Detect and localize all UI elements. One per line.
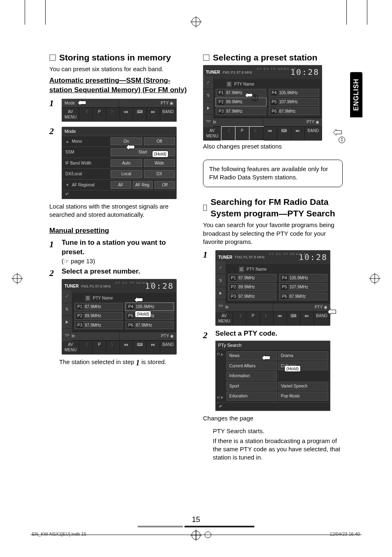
tuner-pty-screenshot: TUNER FM1 P1 87.9 MHz ST DX TP NEWS AF 1… xyxy=(215,250,330,326)
pty-result-body: If there is a station broadcasting a pro… xyxy=(213,437,343,462)
prev-button[interactable]: 〈 xyxy=(79,108,93,121)
preset-p5[interactable]: P5107.9MHz xyxy=(269,98,319,106)
direct-button[interactable]: ⌨ xyxy=(133,108,147,121)
pointer-hand-icon xyxy=(325,304,339,317)
ifbw-auto[interactable]: Auto xyxy=(111,159,142,167)
preset-p4[interactable]: P4105.9MHz xyxy=(269,89,319,97)
mono-off[interactable]: Off xyxy=(144,137,175,146)
mode-row-afreg[interactable]: AF Regional xyxy=(72,182,95,188)
mode-row-ssm[interactable]: SSM xyxy=(65,149,74,155)
mode-button[interactable]: Mode xyxy=(62,99,119,107)
rew-button[interactable]: ⏮ xyxy=(120,341,134,354)
manual-step-2: 2 xyxy=(49,267,58,279)
back-button[interactable]: ↶ xyxy=(62,190,176,199)
registration-mark-top xyxy=(191,17,201,26)
page-up-icon[interactable]: ⟲▲ xyxy=(217,351,224,357)
side-btn-1[interactable]: ⤢ xyxy=(62,290,72,303)
preset-description: You can preset six stations for each ban… xyxy=(49,65,189,73)
side-btn-tp[interactable]: TP xyxy=(203,115,213,128)
direct-button[interactable]: ⌨ xyxy=(277,127,291,140)
preset-icon[interactable]: P xyxy=(235,127,249,140)
afreg-off[interactable]: Off xyxy=(154,181,175,189)
pty-current-affairs[interactable]: Current Affairs xyxy=(226,362,277,371)
pty-search-body: You can search for your favorite program… xyxy=(203,221,343,246)
also-changes-label: Also changes preset stations xyxy=(203,142,343,151)
tuner-select-screenshot: TUNER FM1 P1 87.9 MHz ST DX TP NEWS AF 1… xyxy=(203,65,322,141)
registration-mark-icon xyxy=(205,531,211,538)
mode-menu-title: Mode xyxy=(62,127,176,136)
hold-label: (Hold) xyxy=(284,365,301,372)
direct-button[interactable]: ⌨ xyxy=(133,341,147,354)
pty-button[interactable]: PTY ◉ xyxy=(119,99,176,107)
rew-button[interactable]: ⏮ xyxy=(120,108,134,121)
square-bullet-icon xyxy=(203,204,207,211)
preset-icon[interactable]: P xyxy=(93,108,106,121)
heading-select-preset: Selecting a preset station xyxy=(213,52,317,63)
preset-p6[interactable]: P687.9MHz xyxy=(269,107,319,116)
prev-button[interactable]: 〈 xyxy=(79,341,93,354)
rew-button[interactable]: ⏮ xyxy=(263,127,277,140)
pty-step-1: 1 xyxy=(203,248,212,261)
band-button[interactable]: BAND xyxy=(160,341,176,354)
pty-sport[interactable]: Sport xyxy=(226,382,277,391)
manual-step2-text: Select a preset number. xyxy=(62,267,189,276)
language-tab: ENGLISH xyxy=(350,72,362,117)
source-label: TUNER xyxy=(65,283,78,289)
band-button[interactable]: BAND xyxy=(160,108,176,121)
ffwd-button[interactable]: ⏭ xyxy=(147,341,160,354)
pointer-hand-icon xyxy=(132,292,146,305)
pty-button[interactable]: PTY ◉ xyxy=(120,332,177,340)
pty-information[interactable]: Information xyxy=(226,371,277,381)
side-btn-tp[interactable]: TP xyxy=(62,329,72,341)
side-btn-2[interactable]: ⇅ xyxy=(62,303,72,316)
side-btn-3[interactable] xyxy=(203,102,213,115)
preset-p2[interactable]: P289.9MHz xyxy=(74,312,123,320)
avmenu-button[interactable]: AV MENU xyxy=(62,108,79,121)
side-btn-1[interactable]: ⤢ xyxy=(203,76,213,89)
manual-step1-text: Tune in to a station you want to preset. xyxy=(62,238,189,257)
mode-row-ifbw[interactable]: IF Band Width xyxy=(65,160,91,166)
mode-row-dxlocal[interactable]: DX/Local xyxy=(65,171,82,177)
prev-button[interactable]: 〈 xyxy=(221,127,235,140)
next-button[interactable]: 〉 xyxy=(249,127,263,140)
pty-education[interactable]: Education xyxy=(226,392,277,401)
avmenu-button[interactable]: AV MENU xyxy=(62,341,79,354)
next-button[interactable]: 〉 xyxy=(106,341,120,354)
side-btn-3[interactable] xyxy=(62,316,72,329)
preset-p1[interactable]: P187.9MHz xyxy=(216,89,266,97)
band-button[interactable]: BAND xyxy=(305,127,322,140)
preset-p3[interactable]: P397.9MHz xyxy=(74,321,123,330)
pointer-hand-icon xyxy=(331,125,345,137)
pty-varied-speech[interactable]: Varied Speech xyxy=(278,382,329,391)
preset-p1[interactable]: P187.9MHz xyxy=(74,303,123,311)
pty-drama[interactable]: Drama xyxy=(278,351,329,360)
afreg-af[interactable]: AF xyxy=(111,181,131,189)
square-bullet-icon xyxy=(49,54,56,61)
ifbw-wide[interactable]: Wide xyxy=(144,159,175,167)
pty-button[interactable]: PTY ◉ xyxy=(263,118,322,126)
hold-label: (Hold) xyxy=(152,151,168,158)
avmenu-button[interactable]: AV MENU xyxy=(203,127,221,140)
side-btn-2[interactable]: ⇅ xyxy=(203,89,213,102)
preset-p2[interactable]: P289.9MHz xyxy=(216,98,266,106)
preset-p3[interactable]: P397.9MHz xyxy=(216,107,266,116)
registration-mark-left xyxy=(13,274,22,283)
ffwd-button[interactable]: ⏭ xyxy=(147,108,160,121)
mode-row-mono[interactable]: Mono xyxy=(72,139,82,144)
pty-pop-music[interactable]: Pop Music xyxy=(278,392,329,401)
back-button[interactable]: ↶ xyxy=(216,402,330,411)
heading-auto-preset: Automatic presetting—SSM (Strong-station… xyxy=(49,76,189,95)
ffwd-button[interactable]: ⏭ xyxy=(291,127,305,140)
preset-p6[interactable]: P687.9MHz xyxy=(125,321,174,330)
dxlocal-dx[interactable]: DX xyxy=(144,170,175,178)
pointer-hand-icon xyxy=(76,95,90,108)
dxlocal-local[interactable]: Local xyxy=(111,170,142,178)
tuner-screenshot: TUNER FM1 P1 87.9 MHzST DX TP NEWS AF 10… xyxy=(62,279,177,355)
page-down-icon[interactable]: ⟲▼ xyxy=(217,395,224,401)
hold-label: (Hold) xyxy=(135,311,151,318)
changes-page-label: Changes the page xyxy=(203,414,343,422)
next-button[interactable]: 〉 xyxy=(106,108,120,121)
manual-step-1: 1 xyxy=(49,238,58,251)
preset-icon[interactable]: P xyxy=(93,341,106,354)
afreg-afreg[interactable]: AF Reg. xyxy=(133,181,153,189)
